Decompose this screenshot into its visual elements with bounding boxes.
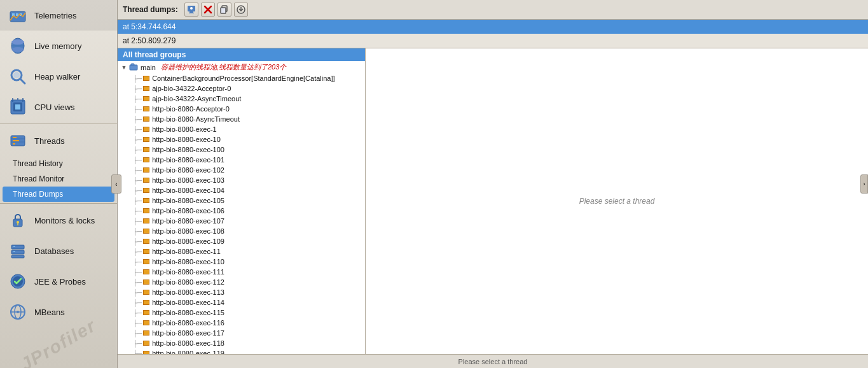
thread-icon-21 <box>143 290 149 295</box>
tree-item-13[interactable]: ├─http-bio-8080-exec-106 <box>118 206 365 216</box>
thread-icon-7 <box>143 147 149 152</box>
sidebar-item-monitors-locks-label: Monitors & locks <box>34 216 95 225</box>
tree-item-21[interactable]: ├─http-bio-8080-exec-113 <box>118 287 365 297</box>
sidebar-item-telemetries-label: Telemetries <box>34 11 76 20</box>
sidebar-item-monitors-locks[interactable]: Monitors & locks <box>0 205 117 236</box>
tree-item-2[interactable]: ├─ajp-bio-34322-AsyncTimeout <box>118 94 365 104</box>
sidebar-sub-item-thread-monitor[interactable]: Thread Monitor <box>0 171 117 187</box>
tree-item-24[interactable]: ├─http-bio-8080-exec-116 <box>118 318 365 328</box>
export-button[interactable] <box>234 3 248 17</box>
jee-probes-icon <box>8 271 28 292</box>
thread-icon-22 <box>143 300 149 305</box>
tree-item-1[interactable]: ├─ajp-bio-34322-Acceptor-0 <box>118 83 365 94</box>
thread-icon-11 <box>143 188 149 193</box>
mbeans-icon <box>8 302 28 322</box>
take-dump-button[interactable] <box>184 3 198 17</box>
thread-icon-14 <box>143 218 149 223</box>
svg-rect-38 <box>189 11 193 13</box>
delete-button[interactable] <box>201 3 215 17</box>
tree-item-8[interactable]: ├─http-bio-8080-exec-101 <box>118 155 365 165</box>
tree-item-9[interactable]: ├─http-bio-8080-exec-102 <box>118 165 365 175</box>
sidebar-divider-2 <box>0 203 117 204</box>
tree-item-11[interactable]: ├─http-bio-8080-exec-104 <box>118 185 365 195</box>
tree-item-main-label: main <box>141 64 156 71</box>
thread-tree-scroll[interactable]: ▼ main 容器维护的线程池,线程数量达到了203个 ├─ContainerB… <box>118 61 365 354</box>
thread-icon-15 <box>143 229 149 234</box>
sidebar-collapse-arrow[interactable]: ‹ <box>111 174 121 194</box>
sidebar-item-live-memory[interactable]: Live memory <box>0 31 117 61</box>
tree-item-16[interactable]: ├─http-bio-8080-exec-109 <box>118 236 365 246</box>
sidebar-item-heap-walker-label: Heap walker <box>34 72 80 81</box>
svg-point-6 <box>11 47 24 52</box>
sidebar-item-threads-label: Threads <box>34 136 65 146</box>
thread-dump-item-2[interactable]: at 2:50.809.279 <box>118 34 868 48</box>
tree-item-19[interactable]: ├─http-bio-8080-exec-111 <box>118 267 365 277</box>
tree-item-20[interactable]: ├─http-bio-8080-exec-112 <box>118 277 365 287</box>
main-content: Thread dumps: <box>118 0 868 368</box>
heap-walker-icon <box>8 66 28 87</box>
thread-detail-panel: Please select a thread <box>366 48 868 354</box>
tree-item-10[interactable]: ├─http-bio-8080-exec-103 <box>118 175 365 185</box>
tree-item-3[interactable]: ├─http-bio-8080-Acceptor-0 <box>118 104 365 114</box>
copy-button[interactable] <box>217 3 231 17</box>
svg-rect-20 <box>13 137 17 138</box>
tree-item-18[interactable]: ├─http-bio-8080-exec-110 <box>118 257 365 267</box>
status-bar-text: Please select a thread <box>123 358 863 365</box>
thread-icon-26 <box>143 341 149 346</box>
sidebar: Telemetries Live memory Heap walker <box>0 0 118 368</box>
sidebar-item-telemetries[interactable]: Telemetries <box>0 0 117 31</box>
sidebar-item-threads[interactable]: Threads <box>0 125 117 156</box>
toolbar-label: Thread dumps: <box>123 5 178 14</box>
tree-item-0[interactable]: ├─ContainerBackgroundProcessor[StandardE… <box>118 73 365 83</box>
tree-item-17[interactable]: ├─http-bio-8080-exec-11 <box>118 246 365 257</box>
monitors-locks-icon <box>8 210 28 230</box>
expand-icon-main[interactable]: ▼ <box>120 64 128 71</box>
thread-icon-17 <box>143 249 149 254</box>
tree-item-27[interactable]: └─http-bio-8080-exec-119 <box>118 348 365 354</box>
tree-item-main[interactable]: ▼ main 容器维护的线程池,线程数量达到了203个 <box>118 61 365 73</box>
thread-icon-18 <box>143 259 149 264</box>
status-bar: Please select a thread <box>118 354 868 368</box>
thread-icon-6 <box>143 137 149 142</box>
thread-detail-placeholder: Please select a thread <box>366 48 868 354</box>
tree-item-15[interactable]: ├─http-bio-8080-exec-108 <box>118 226 365 236</box>
tree-item-25[interactable]: ├─http-bio-8080-exec-117 <box>118 328 365 338</box>
sidebar-sub-item-thread-history[interactable]: Thread History <box>0 156 117 171</box>
svg-point-40 <box>190 7 193 10</box>
threads-icon <box>8 131 28 151</box>
thread-icon-16 <box>143 239 149 244</box>
tree-item-14[interactable]: ├─http-bio-8080-exec-107 <box>118 216 365 226</box>
thread-dump-item-1[interactable]: at 5:34.744.644 <box>118 20 868 34</box>
tree-item-7[interactable]: ├─http-bio-8080-exec-100 <box>118 145 365 155</box>
thread-icon-1 <box>143 86 149 91</box>
sidebar-item-mbeans[interactable]: MBeans <box>0 297 117 327</box>
thread-icon-24 <box>143 320 149 325</box>
right-collapse-arrow[interactable]: › <box>860 174 868 194</box>
tree-item-26[interactable]: ├─http-bio-8080-exec-118 <box>118 338 365 348</box>
tree-item-23[interactable]: ├─http-bio-8080-exec-115 <box>118 308 365 318</box>
annotation-main: 容器维护的线程池,线程数量达到了203个 <box>161 62 286 72</box>
sidebar-item-mbeans-label: MBeans <box>34 308 65 317</box>
tree-item-22[interactable]: ├─http-bio-8080-exec-114 <box>118 297 365 308</box>
tree-item-12[interactable]: ├─http-bio-8080-exec-105 <box>118 195 365 206</box>
live-memory-icon <box>8 36 28 56</box>
tree-item-6[interactable]: ├─http-bio-8080-exec-10 <box>118 134 365 145</box>
sidebar-item-databases[interactable]: Databases <box>0 236 117 266</box>
sidebar-item-jee-probes[interactable]: JEE & Probes <box>0 266 117 297</box>
sidebar-item-cpu-views-label: CPU views <box>34 103 75 112</box>
sidebar-item-cpu-views[interactable]: CPU views <box>0 92 117 122</box>
svg-rect-44 <box>221 8 226 13</box>
thread-icon-12 <box>143 198 149 203</box>
thread-icon-0 <box>143 76 149 81</box>
tree-item-4[interactable]: ├─http-bio-8080-AsyncTimeout <box>118 114 365 124</box>
svg-rect-21 <box>13 140 19 141</box>
sidebar-item-jee-probes-label: JEE & Probes <box>34 277 86 287</box>
sidebar-sub-item-thread-dumps[interactable]: Thread Dumps <box>3 187 114 202</box>
sidebar-item-live-memory-label: Live memory <box>34 41 81 51</box>
tree-children: ├─ContainerBackgroundProcessor[StandardE… <box>118 73 365 354</box>
svg-rect-26 <box>11 245 24 249</box>
thread-icon-10 <box>143 178 149 183</box>
tree-item-5[interactable]: ├─http-bio-8080-exec-1 <box>118 124 365 134</box>
sidebar-item-heap-walker[interactable]: Heap walker <box>0 61 117 92</box>
thread-list-panel: at 5:34.744.644 at 2:50.809.279 <box>118 20 868 48</box>
